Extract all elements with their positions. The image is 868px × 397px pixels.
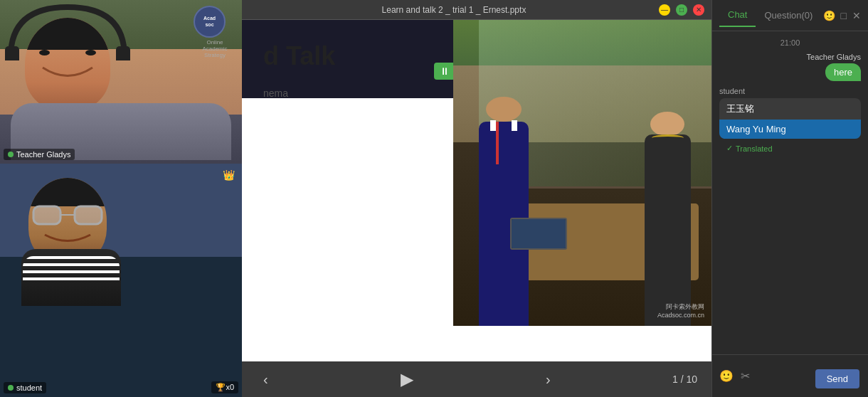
teacher-video: Acadsoc Online Academic Strategy Teacher… bbox=[0, 0, 242, 164]
svg-rect-0 bbox=[5, 46, 19, 60]
trophy-count: 🏆x0 bbox=[211, 381, 238, 393]
tab-question[interactable]: Question(0) bbox=[756, 4, 821, 26]
play-button[interactable]: ▶ bbox=[390, 366, 424, 393]
teacher-message-bubble: here bbox=[825, 63, 861, 81]
emoji-button[interactable]: 🙂 bbox=[719, 369, 734, 383]
presentation-titlebar: Learn and talk 2 _ trial 1 _ Ernest.pptx… bbox=[242, 0, 711, 20]
chat-messages: 21:00 Teacher Gladys here student 王玉铭 Wa… bbox=[712, 31, 868, 354]
teacher-label: Teacher Gladys bbox=[4, 149, 75, 160]
tab-chat[interactable]: Chat bbox=[719, 4, 756, 27]
student-message-box: 王玉铭 Wang Yu Ming bbox=[719, 98, 861, 139]
student-message-area: student 王玉铭 Wang Yu Ming ✓ Translated bbox=[719, 87, 861, 155]
translated-badge: ✓ Translated bbox=[719, 142, 861, 155]
svg-rect-3 bbox=[75, 206, 102, 224]
check-icon: ✓ bbox=[726, 144, 733, 153]
slide-content: d Talk ⏸ nema bbox=[242, 20, 711, 361]
teacher-message-area: Teacher Gladys here bbox=[719, 53, 861, 81]
slide-pause-button[interactable]: ⏸ bbox=[434, 63, 455, 80]
titlebar-title: Learn and talk 2 _ trial 1 _ Ernest.pptx bbox=[249, 5, 659, 15]
left-panel: Acadsoc Online Academic Strategy Teacher… bbox=[0, 0, 242, 397]
crown-icon: 👑 bbox=[223, 169, 235, 181]
emoji-header-button[interactable]: 🙂 bbox=[823, 10, 835, 21]
slide-counter: 1 / 10 bbox=[672, 374, 697, 385]
slide-subtitle: nema bbox=[263, 88, 288, 99]
window-button[interactable]: □ bbox=[841, 10, 847, 21]
chat-header: Chat Question(0) 🙂 □ ✕ bbox=[712, 0, 868, 31]
next-slide-button[interactable]: › bbox=[539, 368, 558, 391]
student-chat-name: student bbox=[719, 87, 861, 95]
presentation-panel: Learn and talk 2 _ trial 1 _ Ernest.pptx… bbox=[242, 0, 711, 397]
chat-panel: Chat Question(0) 🙂 □ ✕ 21:00 Teacher Gla… bbox=[711, 0, 868, 397]
send-button[interactable]: Send bbox=[815, 369, 859, 388]
teacher-chat-name: Teacher Gladys bbox=[807, 53, 861, 61]
slide-photo: 阿卡索外教网 Acadsoc.com.cn bbox=[453, 20, 711, 326]
student-label: student bbox=[4, 382, 46, 393]
student-chinese-message: 王玉铭 bbox=[719, 98, 861, 120]
student-english-message: Wang Yu Ming bbox=[719, 120, 861, 139]
chat-input-area: 🙂 ✂ Send bbox=[712, 354, 868, 397]
slide-title: d Talk ⏸ bbox=[263, 41, 335, 71]
timestamp: 21:00 bbox=[719, 38, 861, 47]
translated-label: Translated bbox=[736, 144, 773, 153]
maximize-button[interactable]: □ bbox=[676, 4, 687, 16]
svg-rect-2 bbox=[33, 206, 60, 224]
svg-rect-1 bbox=[116, 46, 130, 60]
student-video: 👑 student 🏆x0 bbox=[0, 164, 242, 397]
slide-watermark: 阿卡索外教网 Acadsoc.com.cn bbox=[657, 302, 704, 319]
prev-slide-button[interactable]: ‹ bbox=[256, 368, 275, 391]
close-button[interactable]: ✕ bbox=[693, 4, 704, 16]
close-chat-button[interactable]: ✕ bbox=[852, 10, 861, 21]
presentation-toolbar: ‹ ▶ › 1 / 10 bbox=[242, 361, 711, 397]
minimize-button[interactable]: — bbox=[659, 4, 670, 16]
cut-button[interactable]: ✂ bbox=[741, 369, 750, 383]
